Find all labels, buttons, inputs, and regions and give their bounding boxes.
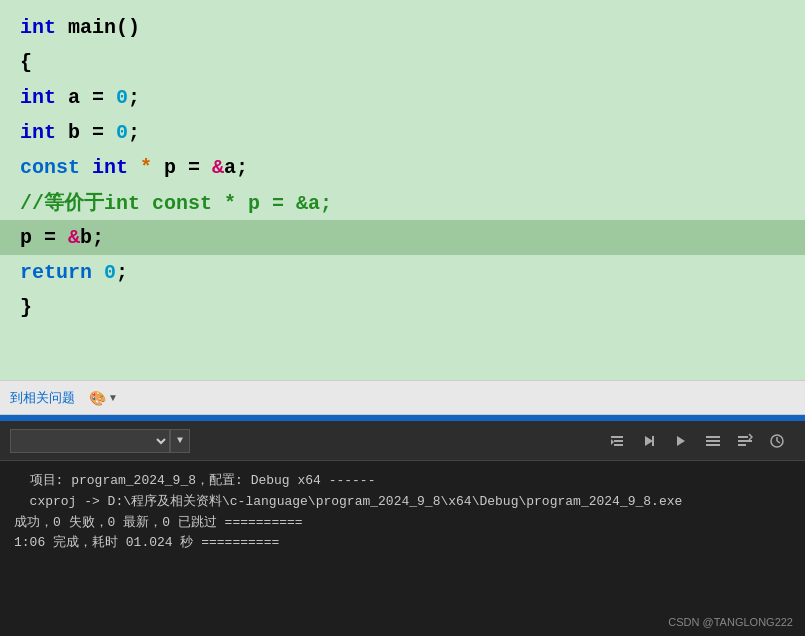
paint-icon: 🎨: [89, 390, 106, 406]
output-dropdown[interactable]: [10, 429, 170, 453]
svg-rect-7: [706, 436, 720, 438]
code-line-3: int a = 0;: [0, 80, 805, 115]
output-toolbar: ▼: [0, 421, 805, 461]
svg-marker-6: [677, 436, 685, 446]
code-line-1: int main(): [0, 10, 805, 45]
list-format-button[interactable]: [699, 427, 727, 455]
step-over-icon: [641, 433, 657, 449]
svg-rect-0: [611, 436, 623, 438]
wrap-button[interactable]: [731, 427, 759, 455]
code-line-4: int b = 0;: [0, 115, 805, 150]
watermark: CSDN @TANGLONG222: [668, 616, 793, 628]
paint-dropdown-arrow: ▼: [108, 392, 118, 403]
toolbar-strip: 到相关问题 🎨 ▼: [0, 380, 805, 415]
output-wrapper: 项目: program_2024_9_8，配置: Debug x64 -----…: [0, 461, 805, 636]
svg-rect-11: [738, 440, 752, 442]
keyword-int: int: [20, 16, 56, 39]
format-indent-button[interactable]: [603, 427, 631, 455]
paint-button[interactable]: 🎨 ▼: [85, 388, 122, 408]
toolbar-icons-group: 🎨 ▼: [85, 388, 122, 408]
code-line-7: p = &b;: [0, 220, 805, 255]
code-line-9: }: [0, 290, 805, 325]
svg-marker-4: [645, 436, 653, 446]
code-line-6: //等价于int const * p = &a;: [0, 185, 805, 220]
code-line-8: return 0;: [0, 255, 805, 290]
svg-rect-8: [706, 440, 720, 442]
output-area: 项目: program_2024_9_8，配置: Debug x64 -----…: [0, 461, 805, 636]
svg-marker-3: [611, 439, 614, 445]
dropdown-arrow-btn[interactable]: ▼: [170, 429, 190, 453]
output-line-4: 成功，0 失败，0 最新，0 已跳过 ==========: [14, 513, 791, 534]
svg-line-15: [777, 441, 780, 443]
step-into-button[interactable]: [667, 427, 695, 455]
svg-rect-1: [614, 440, 623, 442]
list-format-icon: [705, 433, 721, 449]
step-into-icon: [673, 433, 689, 449]
svg-rect-5: [652, 436, 654, 446]
svg-rect-9: [706, 444, 720, 446]
svg-rect-12: [738, 444, 746, 446]
format-indent-icon: [609, 433, 625, 449]
output-line-5: 1:06 完成，耗时 01.024 秒 ==========: [14, 533, 791, 554]
svg-rect-2: [614, 444, 623, 446]
step-over-button[interactable]: [635, 427, 663, 455]
code-line-2: {: [0, 45, 805, 80]
related-problems-link[interactable]: 到相关问题: [10, 389, 75, 407]
clock-icon: [769, 433, 785, 449]
clock-button[interactable]: [763, 427, 791, 455]
wrap-icon: [737, 433, 753, 449]
output-line-1: 项目: program_2024_9_8，配置: Debug x64 -----…: [14, 471, 791, 492]
code-editor: int main() { int a = 0; int b = 0; const…: [0, 0, 805, 380]
svg-rect-10: [738, 436, 748, 438]
code-line-5: const int * p = &a;: [0, 150, 805, 185]
output-dropdown-area[interactable]: ▼: [10, 429, 190, 453]
output-line-3: cxproj -> D:\程序及相关资料\c-language\program_…: [14, 492, 791, 513]
